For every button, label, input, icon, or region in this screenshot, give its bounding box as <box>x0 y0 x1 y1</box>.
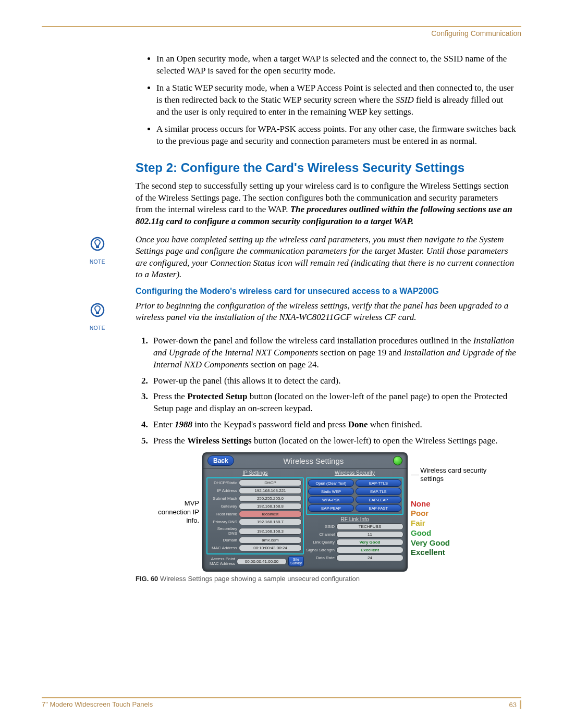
ip-row: IP Address192.168.168.221 <box>209 487 302 494</box>
caption-bold: FIG. 60 <box>136 575 158 583</box>
quality-none: None <box>411 499 494 509</box>
note-row: NOTE Once you have completed setting up … <box>42 234 521 280</box>
ip-title: IP Settings <box>206 470 304 476</box>
ip-label: Domain <box>209 538 237 542</box>
security-option[interactable]: Static WEP <box>308 488 354 495</box>
rf-row: Signal StrengthExcellent <box>306 547 403 553</box>
arrow-line <box>411 475 419 475</box>
status-indicator <box>393 456 402 465</box>
sec-row: Open (Clear Text)EAP-TTLS <box>308 479 401 487</box>
breadcrumb: Configuring Communication <box>42 29 521 38</box>
note-text: Prior to beginning the configuration of … <box>136 300 521 323</box>
security-option[interactable]: EAP-TLS <box>356 488 401 495</box>
note-label: NOTE <box>89 325 106 331</box>
ip-label: Subnet Mask <box>209 496 237 501</box>
t: Press the <box>153 436 187 446</box>
footer-left: 7" Modero Widescreen Touch Panels <box>42 700 153 709</box>
ip-value[interactable]: DHCP <box>239 479 302 486</box>
step-item: Power-up the panel (this allows it to de… <box>150 375 516 387</box>
rf-label: Link Quality <box>306 540 335 545</box>
sec-row: Static WEPEAP-TLS <box>308 488 401 495</box>
ip-row: DHCP/StaticDHCP <box>209 479 302 486</box>
t: Enter <box>153 419 175 429</box>
ap-mac-value: 00:00:00:41:00:00 <box>237 558 287 565</box>
rf-row: Channel11 <box>306 531 403 538</box>
rf-title: RF Link Info <box>306 516 403 522</box>
ip-value[interactable]: amx.com <box>239 537 302 544</box>
sec-title: Wireless Security <box>306 470 403 476</box>
figure-caption: FIG. 60 Wireless Settings page showing a… <box>136 575 516 583</box>
t: into the Keypad's password field and pre… <box>192 419 348 429</box>
ip-label: Secondary DNS <box>209 526 237 536</box>
note-icon: NOTE <box>42 234 136 265</box>
security-option[interactable]: EAP-FAST <box>356 504 401 512</box>
security-column: Wireless Security Open (Clear Text)EAP-T… <box>306 470 403 567</box>
ip-value[interactable]: 255.255.255.0 <box>239 495 302 502</box>
security-option[interactable]: Open (Clear Text) <box>308 479 354 487</box>
ip-label: DHCP/Static <box>209 480 237 485</box>
panel-title: Wireless Settings <box>234 456 393 465</box>
wireless-settings-panel: Back Wireless Settings IP Settings DHCP/… <box>202 452 408 572</box>
rf-value: Very Good <box>336 539 403 546</box>
ip-row: Secondary DNS192.168.168.3 <box>209 526 302 536</box>
figure-right-label: Wireless card security settings <box>420 466 494 484</box>
ip-settings-column: IP Settings DHCP/StaticDHCPIP Address192… <box>206 470 304 567</box>
rf-label: SSID <box>306 524 335 529</box>
ip-row: Domainamx.com <box>209 537 302 544</box>
t: Press the <box>153 391 187 401</box>
ip-value[interactable]: 192.168.168.7 <box>239 519 302 525</box>
ip-highlight: DHCP/StaticDHCPIP Address192.168.168.221… <box>206 477 304 554</box>
rf-value: 24 <box>336 554 403 561</box>
note-label: NOTE <box>89 259 106 265</box>
figure-left-label: MVP connection IP info. <box>157 499 199 525</box>
ip-label: Primary DNS <box>209 520 237 524</box>
ip-label: MAC Address <box>209 546 237 550</box>
step-intro: The second step to successfully setting … <box>136 180 516 228</box>
footer-page: 63 <box>509 700 521 709</box>
security-option[interactable]: WPA-PSK <box>308 496 354 503</box>
bullet-item: A similar process occurs for WPA-PSK acc… <box>156 124 516 147</box>
svg-rect-3 <box>96 313 99 314</box>
rf-label: Data Rate <box>306 556 335 560</box>
security-option[interactable]: EAP-LEAP <box>356 496 401 503</box>
step-item: Press the Protected Setup button (locate… <box>150 391 516 415</box>
t: section on page 24. <box>248 360 319 369</box>
ip-value[interactable]: 192.168.168.3 <box>239 528 302 535</box>
rf-value: TECHPUBS <box>336 523 403 530</box>
step-heading: Step 2: Configure the Card's Wireless Se… <box>136 161 516 175</box>
panel-header: Back Wireless Settings <box>203 453 407 468</box>
t: section on page 19 and <box>318 348 403 357</box>
ip-value[interactable]: 192.168.168.221 <box>239 487 302 494</box>
ip-row: Subnet Mask255.255.255.0 <box>209 495 302 502</box>
rf-row: SSIDTECHPUBS <box>306 523 403 530</box>
rf-value: 11 <box>336 531 403 538</box>
ip-row: Host Namelocalhost <box>209 511 302 517</box>
back-button[interactable]: Back <box>207 455 234 466</box>
page-footer: 7" Modero Widescreen Touch Panels 63 <box>42 697 521 709</box>
ip-label: Gateway <box>209 504 237 509</box>
ip-value[interactable]: 00:10:00:43:00:24 <box>239 545 302 551</box>
rf-row: Link QualityVery Good <box>306 539 403 546</box>
quality-vgood: Very Good <box>411 538 494 548</box>
t: Done <box>348 419 368 429</box>
sec-highlight: Open (Clear Text)EAP-TTLSStatic WEPEAP-T… <box>306 477 403 515</box>
rf-label: Signal Strength <box>306 548 335 552</box>
t: button (located on the lower-left) to op… <box>252 436 498 446</box>
bullet-item: In an Open security mode, when a target … <box>156 53 516 77</box>
security-option[interactable]: EAP-TTLS <box>356 479 401 487</box>
quality-fair: Fair <box>411 519 494 528</box>
figure-right: Wireless card security settings None Poo… <box>411 466 494 558</box>
ip-value[interactable]: localhost <box>239 511 302 517</box>
t: Wireless Settings <box>187 436 252 446</box>
caption-rest: Wireless Settings page showing a sample … <box>158 575 360 583</box>
security-option[interactable]: EAP-PEAP <box>308 504 354 512</box>
svg-rect-1 <box>96 246 99 248</box>
top-rule <box>42 26 521 27</box>
rf-value: Excellent <box>336 547 403 553</box>
quality-exc: Excellent <box>411 548 494 558</box>
sec-row: EAP-PEAPEAP-FAST <box>308 504 401 512</box>
t: Power-down the panel and follow the wire… <box>153 336 473 346</box>
ip-value[interactable]: 192.168.168.8 <box>239 503 302 510</box>
ip-label: Host Name <box>209 512 237 516</box>
site-survey-button[interactable]: Site Survey <box>288 556 304 566</box>
